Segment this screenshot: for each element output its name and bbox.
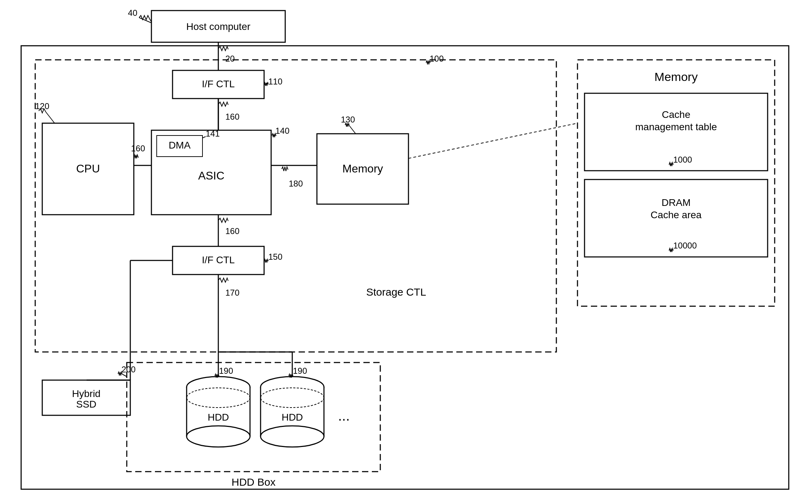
- cache-mgmt-label-2: management table: [635, 121, 717, 132]
- ref-141: 141: [206, 129, 220, 138]
- cache-mgmt-label-1: Cache: [662, 109, 691, 120]
- cpu-label: CPU: [76, 162, 100, 175]
- svg-point-42: [261, 426, 324, 447]
- ref-180: 180: [289, 179, 303, 188]
- if-ctl-bottom-label: I/F CTL: [202, 254, 235, 265]
- storage-ctl-label: Storage CTL: [366, 286, 426, 298]
- ref-100: 100: [430, 54, 444, 63]
- hdd-box-label: HDD Box: [231, 476, 275, 488]
- ref-110: 110: [268, 77, 282, 86]
- ref-190-2: 190: [293, 366, 307, 376]
- hybrid-ssd-label-2: SSD: [76, 399, 96, 410]
- ref-160c: 160: [225, 226, 239, 236]
- asic-label: ASIC: [198, 169, 225, 182]
- ref-140: 140: [275, 126, 289, 136]
- svg-line-19: [349, 126, 356, 134]
- diagram-container: Host computer 40 20 I/F CTL 110 160 CPU …: [0, 0, 812, 504]
- hdd2-label: HDD: [282, 412, 303, 423]
- host-computer-label: Host computer: [186, 21, 250, 32]
- if-ctl-top-label: I/F CTL: [202, 78, 235, 89]
- ref-40: 40: [128, 8, 137, 18]
- ref-160b: 160: [131, 144, 145, 153]
- dma-label: DMA: [169, 140, 191, 151]
- memory-label: Memory: [342, 162, 383, 175]
- hdd1-label: HDD: [208, 412, 229, 423]
- svg-rect-3: [577, 60, 775, 306]
- dram-cache-label-1: DRAM: [662, 197, 691, 208]
- svg-line-31: [122, 374, 127, 377]
- ref-10000: 10000: [673, 241, 697, 250]
- ref-160a: 160: [225, 112, 239, 121]
- ref-1000: 1000: [673, 155, 692, 164]
- ref-20: 20: [225, 54, 235, 63]
- ref-200: 200: [121, 365, 136, 374]
- ref-130: 130: [341, 115, 355, 124]
- svg-line-11: [46, 112, 55, 123]
- ref-170: 170: [225, 288, 239, 297]
- memory-outer-label: Memory: [655, 70, 698, 83]
- hybrid-ssd-label-1: Hybrid: [72, 388, 101, 399]
- dram-cache-label-2: Cache area: [651, 209, 702, 220]
- ref-120: 120: [35, 101, 49, 111]
- svg-point-36: [187, 426, 250, 447]
- ref-190-1: 190: [219, 366, 233, 376]
- dots-label: ...: [338, 408, 350, 423]
- svg-rect-1: [35, 60, 556, 352]
- ref-150: 150: [268, 252, 282, 262]
- svg-line-15: [202, 137, 206, 138]
- svg-line-20: [408, 123, 577, 158]
